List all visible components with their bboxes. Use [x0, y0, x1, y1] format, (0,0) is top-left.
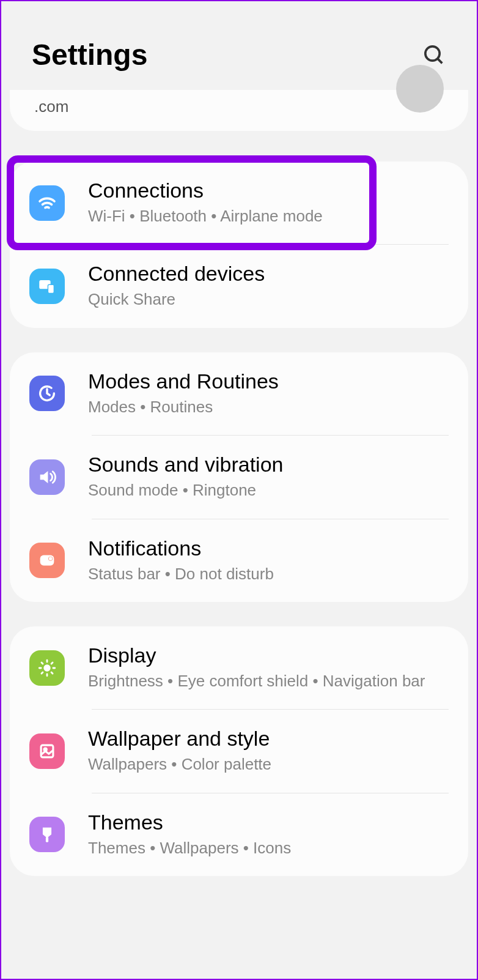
item-title: Display: [88, 644, 449, 667]
account-card[interactable]: .com: [10, 90, 468, 131]
search-icon: [422, 43, 446, 67]
item-title: Connections: [88, 179, 449, 202]
item-subtitle: Quick Share: [88, 288, 449, 310]
account-email-fragment: .com: [34, 97, 68, 116]
item-title: Wallpaper and style: [88, 727, 449, 751]
item-subtitle: Themes • Wallpapers • Icons: [88, 837, 449, 859]
item-subtitle: Wallpapers • Color palette: [88, 753, 449, 775]
item-text: Connections Wi-Fi • Bluetooth • Airplane…: [88, 179, 449, 227]
item-text: Display Brightness • Eye comfort shield …: [88, 644, 449, 692]
settings-group-modes: Modes and Routines Modes • Routines Soun…: [10, 352, 468, 602]
svg-line-1: [438, 58, 443, 62]
svg-line-14: [42, 672, 43, 674]
wallpaper-icon: [29, 733, 65, 769]
settings-item-connected-devices[interactable]: Connected devices Quick Share: [10, 245, 468, 327]
svg-rect-3: [48, 284, 54, 293]
search-button[interactable]: [422, 43, 446, 67]
svg-point-7: [43, 664, 50, 671]
svg-rect-18: [46, 837, 48, 843]
svg-point-6: [49, 557, 53, 561]
item-text: Modes and Routines Modes • Routines: [88, 369, 449, 418]
settings-group-connections: Connections Wi-Fi • Bluetooth • Airplane…: [10, 161, 468, 328]
svg-rect-4: [40, 555, 54, 566]
item-title: Themes: [88, 811, 449, 834]
themes-icon: [29, 817, 65, 852]
item-subtitle: Wi-Fi • Bluetooth • Airplane mode: [88, 205, 449, 227]
svg-line-13: [51, 672, 53, 674]
settings-item-sounds[interactable]: Sounds and vibration Sound mode • Ringto…: [10, 436, 468, 518]
item-subtitle: Status bar • Do not disturb: [88, 563, 449, 585]
wifi-icon: [29, 185, 65, 221]
settings-item-notifications[interactable]: Notifications Status bar • Do not distur…: [10, 519, 468, 602]
notifications-icon: [29, 543, 65, 578]
sound-icon: [29, 459, 65, 495]
item-subtitle: Brightness • Eye comfort shield • Naviga…: [88, 670, 449, 692]
svg-point-0: [425, 46, 439, 60]
svg-line-12: [42, 663, 43, 664]
page-title: Settings: [32, 38, 147, 72]
settings-item-wallpaper[interactable]: Wallpaper and style Wallpapers • Color p…: [10, 710, 468, 792]
item-text: Wallpaper and style Wallpapers • Color p…: [88, 727, 449, 775]
settings-item-themes[interactable]: Themes Themes • Wallpapers • Icons: [10, 793, 468, 876]
item-title: Modes and Routines: [88, 369, 449, 393]
item-subtitle: Modes • Routines: [88, 396, 449, 418]
item-subtitle: Sound mode • Ringtone: [88, 479, 449, 501]
settings-group-display: Display Brightness • Eye comfort shield …: [10, 626, 468, 876]
settings-item-display[interactable]: Display Brightness • Eye comfort shield …: [10, 626, 468, 709]
item-title: Sounds and vibration: [88, 453, 449, 477]
item-text: Sounds and vibration Sound mode • Ringto…: [88, 453, 449, 501]
avatar: [396, 65, 444, 113]
item-text: Notifications Status bar • Do not distur…: [88, 536, 449, 585]
display-icon: [29, 650, 65, 686]
settings-item-connections[interactable]: Connections Wi-Fi • Bluetooth • Airplane…: [10, 161, 468, 244]
svg-line-15: [51, 663, 53, 664]
item-text: Connected devices Quick Share: [88, 262, 449, 310]
modes-icon: [29, 376, 65, 411]
settings-item-modes[interactable]: Modes and Routines Modes • Routines: [10, 352, 468, 435]
item-title: Connected devices: [88, 262, 449, 286]
devices-icon: [29, 269, 65, 304]
item-text: Themes Themes • Wallpapers • Icons: [88, 811, 449, 859]
item-title: Notifications: [88, 536, 449, 560]
